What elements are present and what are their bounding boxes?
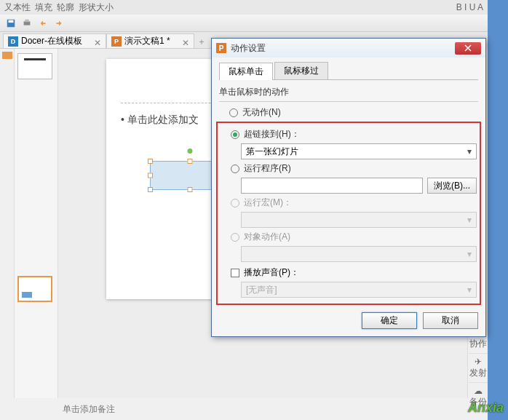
watermark: Anxia [468,400,504,416]
dialog-titlebar[interactable]: P 动作设置 [212,39,485,58]
play-sound-checkbox[interactable]: 播放声音(P)： [231,266,477,279]
redo-icon[interactable] [52,17,66,30]
chevron-down-icon: ▾ [467,285,472,295]
presentation-icon: P [111,36,122,47]
program-path-input[interactable] [241,178,423,194]
close-icon[interactable]: ✕ [94,38,101,45]
checkbox-icon [231,269,239,277]
close-button[interactable] [455,42,481,55]
radio-icon [231,199,239,207]
slide-thumbnails [15,49,58,398]
tab-presentation[interactable]: P 演示文稿1 * ✕ [106,33,194,48]
resize-handle[interactable] [148,187,153,192]
resize-handle[interactable] [188,159,193,164]
action-settings-dialog: P 动作设置 鼠标单击 鼠标移过 单击鼠标时的动作 无动作(N) 超链接到(H)… [211,38,486,337]
section-label: 单击鼠标时的动作 [219,86,478,98]
outline-icon[interactable] [2,52,12,59]
ok-button[interactable]: 确定 [362,312,417,329]
svg-rect-1 [9,20,14,23]
tab-label: Docer-在线模板 [21,35,82,47]
macro-combo: ▾ [241,212,477,228]
object-action-combo: ▾ [241,246,477,262]
resize-handle[interactable] [188,187,193,192]
highlight-frame: 超链接到(H)： 第一张幻灯片 ▾ 运行程序(R) 浏览(B)... 运行宏(M… [216,122,481,305]
radio-icon [231,130,239,139]
tab-mouse-over[interactable]: 鼠标移过 [274,62,328,79]
radio-icon [231,165,239,173]
dialog-tabs: 鼠标单击 鼠标移过 [219,62,478,80]
radio-object-action: 对象动作(A) [231,231,477,243]
undo-icon[interactable] [36,17,49,30]
dialog-title: 动作设置 [231,42,455,55]
radio-icon [231,233,239,242]
chevron-down-icon: ▾ [467,249,472,259]
radio-run-macro: 运行宏(M)： [231,197,477,209]
cancel-button[interactable]: 取消 [423,312,478,329]
sound-combo: [无声音] ▾ [241,282,477,298]
slide-thumb-1[interactable] [17,53,52,79]
radio-none[interactable]: 无动作(N) [229,106,478,119]
rotate-handle[interactable] [188,148,193,154]
tab-mouse-click[interactable]: 鼠标单击 [219,63,273,80]
add-tab-button[interactable]: ＋ [194,35,209,48]
radio-run-program[interactable]: 运行程序(R) [231,162,477,175]
svg-rect-3 [25,19,28,22]
notes-placeholder[interactable]: 单击添加备注 [63,403,115,416]
docer-icon: D [8,36,18,47]
quick-access-toolbar [0,15,488,32]
slide-thumb-2[interactable] [17,276,52,302]
browse-button[interactable]: 浏览(B)... [427,178,477,194]
chevron-down-icon: ▾ [467,146,472,156]
tab-label: 演示文稿1 * [124,35,170,47]
chevron-down-icon: ▾ [467,215,472,225]
save-icon[interactable] [4,17,17,30]
app-icon: P [216,43,226,53]
resize-handle[interactable] [148,173,153,178]
radio-icon [229,108,238,117]
hyperlink-combo[interactable]: 第一张幻灯片 ▾ [241,143,477,159]
close-icon[interactable]: ✕ [182,38,189,45]
format-toolbar: 又本性 填充 轮廓 形状大小 B I U A [0,0,488,15]
tab-docer[interactable]: D Docer-在线模板 ✕ [3,33,106,48]
outline-column [0,49,15,398]
radio-hyperlink[interactable]: 超链接到(H)： [231,128,477,140]
print-icon[interactable] [20,17,33,30]
rail-launch[interactable]: ✈发射 [468,354,488,383]
resize-handle[interactable] [148,159,153,164]
